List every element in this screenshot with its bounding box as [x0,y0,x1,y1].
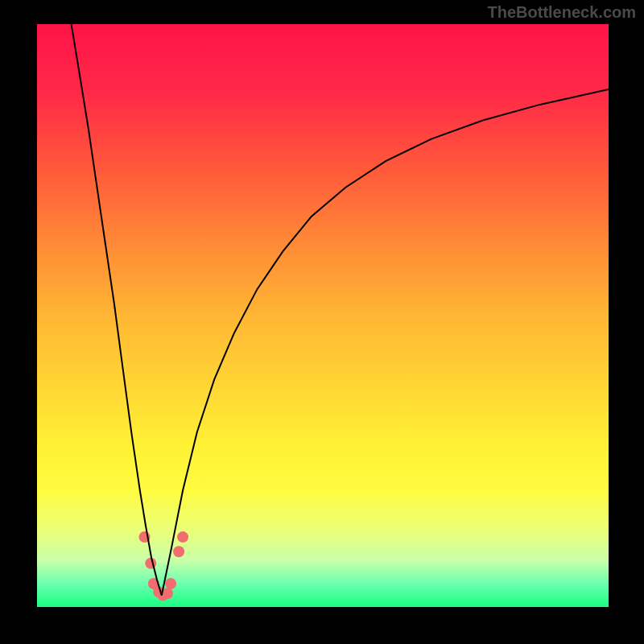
curves-svg [37,24,609,607]
trough-marker [145,558,156,569]
trough-markers [139,531,189,601]
watermark-text: TheBottleneck.com [488,3,636,22]
trough-marker [165,578,176,589]
left-branch-curve [72,24,162,596]
right-branch-curve [162,89,609,595]
trough-marker [173,546,184,557]
chart-frame: TheBottleneck.com [0,0,644,644]
trough-marker [177,531,188,543]
